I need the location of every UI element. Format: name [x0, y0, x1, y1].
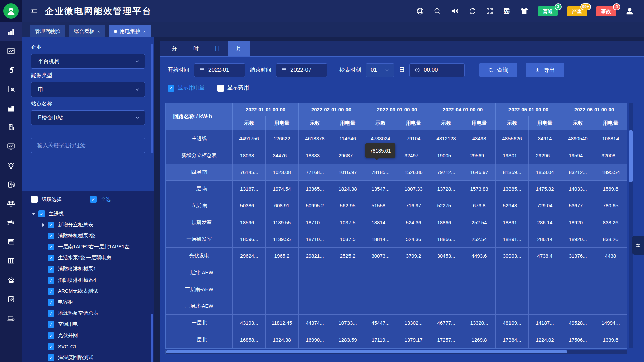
table-vertical-scrollbar-thumb[interactable] [629, 130, 633, 182]
table-horizontal-scrollbar-thumb[interactable] [166, 350, 567, 353]
sidebar-item-patrol-map[interactable] [0, 79, 22, 99]
table-cell: 18596... [233, 214, 266, 231]
sidebar-item-laptop-settings[interactable] [0, 309, 22, 328]
window-tab-综合看板[interactable]: 综合看板× [69, 25, 105, 37]
tree-item-新增分立柜总表[interactable]: 新增分立柜总表 [22, 219, 154, 230]
alarm-badge-事故[interactable]: 事故4 [596, 6, 616, 16]
tree-item-SVG-C1[interactable]: SVG-C1 [22, 341, 154, 352]
query-filter-row: 开始时间 2022-01 结束时间 2022-07 抄表时刻 01 日 00:0… [168, 63, 644, 77]
close-tab-icon[interactable]: × [143, 29, 146, 34]
show-energy-checkbox[interactable]: 显示用电量 [168, 84, 205, 92]
tree-checkbox[interactable] [48, 354, 54, 361]
search-icon[interactable] [433, 7, 441, 15]
tree-item-主进线[interactable]: 主进线 [22, 208, 154, 219]
end-date-input[interactable]: 2022-07 [276, 63, 327, 77]
tree-checkbox[interactable] [48, 255, 54, 261]
collapse-menu-icon[interactable] [30, 7, 38, 15]
window-tab-用电集抄[interactable]: 用电集抄× [109, 25, 151, 37]
tree-item-地源热泵空调总表[interactable]: 地源热泵空调总表 [22, 308, 154, 319]
select-all[interactable]: 全选 [90, 196, 111, 203]
tree-caret-right-icon[interactable] [40, 223, 46, 227]
panel-scrollbar-thumb[interactable] [151, 44, 153, 153]
table-month-header: 2022-06-01 00:00 [561, 103, 627, 116]
energy-type-select[interactable]: 电 [31, 82, 145, 97]
sidebar-item-fire-extinguisher[interactable] [0, 60, 22, 79]
show-energy-checkbox-box[interactable] [168, 85, 174, 92]
volume-icon[interactable] [450, 7, 459, 15]
refresh-icon[interactable] [468, 7, 477, 15]
tree-item-ARCM无线表测试[interactable]: ARCM无线表测试 [22, 286, 154, 297]
meter-day-select[interactable]: 01 [366, 63, 394, 77]
fullscreen-icon[interactable] [486, 7, 494, 15]
tree-checkbox[interactable] [48, 244, 54, 250]
granularity-tab-分[interactable]: 分 [164, 41, 185, 56]
granularity-tab-时[interactable]: 时 [185, 41, 207, 56]
tree-checkbox[interactable] [48, 332, 54, 339]
tree-search-input[interactable] [37, 142, 139, 148]
tree-item-消防喷淋机械泵4[interactable]: 消防喷淋机械泵4 [22, 275, 154, 286]
sidebar-item-alarm-beacon[interactable] [0, 270, 22, 290]
sidebar-item-chart-bar[interactable] [0, 22, 22, 41]
theme-shirt-icon[interactable] [520, 7, 529, 15]
tree-search-box[interactable] [31, 138, 145, 153]
query-button[interactable]: 查询 [479, 63, 517, 77]
tree-item-电容柜[interactable]: 电容柜 [22, 297, 154, 308]
company-select[interactable]: 平台机构 [31, 54, 145, 69]
tree-checkbox[interactable] [48, 277, 54, 284]
show-cost-checkbox-box[interactable] [217, 85, 224, 92]
sidebar-item-ev-charger[interactable] [0, 175, 22, 194]
sidebar-item-cctv-camera[interactable] [0, 213, 22, 232]
user-icon[interactable] [625, 7, 634, 15]
granularity-tab-月[interactable]: 月 [228, 41, 250, 56]
table-row-name: 三层南-AEW [166, 281, 233, 298]
start-date-input[interactable]: 2022-01 [194, 63, 245, 77]
alarm-badge-严重[interactable]: 严重99+ [567, 6, 587, 16]
translate-icon[interactable]: A文 [503, 7, 511, 15]
tree-checkbox[interactable] [48, 343, 54, 350]
close-tab-icon[interactable]: × [97, 29, 100, 34]
sidebar-item-factory[interactable] [0, 99, 22, 118]
tree-checkbox[interactable] [48, 299, 54, 306]
sidebar-item-lightbulb[interactable] [0, 156, 22, 175]
window-tab-管理驾驶舱[interactable]: 管理驾驶舱 [30, 25, 65, 37]
tree-item-光伏并网[interactable]: 光伏并网 [22, 330, 154, 341]
tree-checkbox[interactable] [48, 266, 54, 273]
sidebar-item-chart-trend[interactable] [0, 41, 22, 60]
table-vertical-scrollbar[interactable] [629, 103, 633, 348]
tree-checkbox[interactable] [48, 222, 54, 228]
tree-item-消防栓机械泵2路[interactable]: 消防栓机械泵2路 [22, 230, 154, 241]
tree-scrollbar-thumb[interactable] [151, 314, 153, 362]
sidebar-item-hospital[interactable] [0, 118, 22, 137]
help-lifebuoy-icon[interactable] [416, 7, 424, 15]
export-button[interactable]: 导出 [526, 63, 564, 77]
alarm-badge-普通[interactable]: 普通3 [538, 6, 558, 16]
tree-caret-down-icon[interactable] [30, 213, 37, 215]
table-cell: 29296... [529, 147, 561, 164]
sidebar-item-meter-panel[interactable] [0, 232, 22, 251]
table-horizontal-scrollbar[interactable] [165, 350, 627, 354]
tree-checkbox[interactable] [48, 321, 54, 328]
sidebar-item-compose-edit[interactable] [0, 290, 22, 309]
tree-item-消防喷淋机械泵1[interactable]: 消防喷淋机械泵1 [22, 263, 154, 275]
tree-item-生活水泵2路一层弱电房[interactable]: 生活水泵2路一层弱电房 [22, 252, 154, 263]
sidebar-item-monitor-line[interactable] [0, 137, 22, 156]
tree-checkbox[interactable] [48, 310, 54, 317]
tree-item-一层南1APE2右一层北1APE1左[interactable]: 一层南1APE2右一层北1APE1左 [22, 241, 154, 252]
tree-item-空调用电[interactable]: 空调用电 [22, 319, 154, 330]
table-cell: 17119... [364, 331, 397, 348]
table-corner-header: 回路名称 / kW·h [166, 103, 233, 130]
granularity-tab-日[interactable]: 日 [207, 41, 228, 56]
window-tabstrip: 管理驾驶舱综合看板×用电集抄× [22, 22, 644, 37]
tree-checkbox[interactable] [48, 233, 54, 239]
cascade-checkbox[interactable] [31, 196, 38, 203]
tree-checkbox[interactable] [38, 210, 45, 217]
tree-checkbox[interactable] [48, 288, 54, 295]
station-select[interactable]: E楼变电站 [31, 110, 145, 125]
select-all-checkbox[interactable] [90, 196, 97, 203]
show-cost-checkbox[interactable]: 显示费用 [217, 84, 249, 92]
sidebar-item-archive-cabinet[interactable] [0, 251, 22, 270]
sidebar-item-solar-panel[interactable] [0, 194, 22, 213]
meter-time-input[interactable]: 00:00 [409, 63, 465, 77]
tree-item-温湿度回路测试[interactable]: 温湿度回路测试 [22, 352, 154, 362]
column-settings-handle[interactable] [632, 236, 644, 255]
